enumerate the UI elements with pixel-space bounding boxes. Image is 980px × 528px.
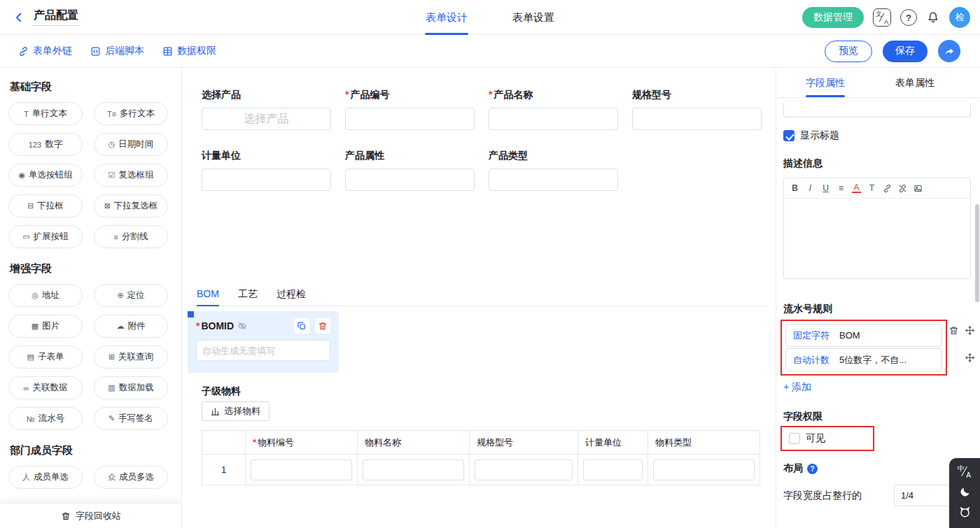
tab-form-design[interactable]: 表单设计 [426, 0, 468, 35]
product-name-input[interactable] [489, 108, 618, 130]
translate-icon[interactable]: 文 A [873, 8, 891, 27]
bell-icon[interactable] [926, 10, 940, 24]
floating-toolbar: 中 A [949, 458, 980, 528]
spec-model-input[interactable] [632, 108, 762, 130]
form-field-product-attr[interactable]: 产品属性 [345, 150, 475, 191]
field-item-serial-number[interactable]: №流水号 [8, 407, 83, 430]
tab-bom[interactable]: BOM [197, 283, 219, 306]
field-item-relation-query[interactable]: ⊞关联查询 [94, 345, 168, 369]
show-title-checkbox[interactable] [783, 130, 794, 141]
field-item-extend-button[interactable]: ▭扩展按钮 [8, 225, 83, 248]
panel-scrollbar[interactable] [975, 204, 979, 302]
field-item-radio-group[interactable]: ◉单选按钮组 [8, 164, 83, 187]
product-type-input[interactable] [489, 169, 618, 191]
dark-mode-icon[interactable] [959, 486, 971, 498]
font-color-icon[interactable]: A [852, 183, 861, 193]
form-field-product-code[interactable]: 产品编号 [345, 89, 475, 130]
field-item-dropdown[interactable]: ⊟下拉框 [8, 194, 83, 217]
field-item-signature[interactable]: ✎手写签名 [94, 407, 168, 430]
bomid-input[interactable] [196, 340, 330, 361]
form-field-product-type[interactable]: 产品类型 [489, 150, 618, 191]
field-label: 产品编号 [345, 89, 475, 101]
field-item-relation-data[interactable]: ∞关联数据 [8, 376, 83, 399]
lang-en: A [966, 471, 971, 479]
material-type-input[interactable] [653, 459, 755, 480]
assistant-icon[interactable] [958, 506, 972, 519]
field-item-subform[interactable]: ▤子表单 [8, 345, 83, 369]
selected-field-bomid[interactable]: BOMID [188, 311, 339, 373]
row-index: 1 [202, 455, 246, 485]
tab-form-properties[interactable]: 表单属性 [895, 68, 934, 97]
material-name-input[interactable] [363, 459, 464, 480]
field-item-number[interactable]: 123数字 [8, 133, 83, 156]
font-size-icon[interactable]: T [867, 183, 876, 193]
material-code-input[interactable] [251, 459, 352, 480]
add-rule-button[interactable]: + 添加 [783, 381, 811, 394]
data-permission-link[interactable]: 数据权限 [162, 45, 216, 57]
product-code-input[interactable] [345, 108, 475, 130]
material-unit-input[interactable] [583, 459, 643, 480]
description-editor[interactable]: B I U ≡ A T [783, 178, 971, 279]
form-canvas[interactable]: 选择产品 产品编号 产品名称 规格型号 计量单位 产品属性 [182, 68, 776, 528]
select-product-input[interactable] [202, 108, 331, 130]
field-item-address[interactable]: ◎地址 [8, 284, 83, 307]
language-toggle-icon[interactable]: 中 A [958, 464, 972, 478]
form-field-unit[interactable]: 计量单位 [202, 150, 331, 191]
form-field-product-name[interactable]: 产品名称 [489, 89, 618, 130]
tab-field-properties[interactable]: 字段属性 [806, 68, 845, 97]
select-material-button[interactable]: 选择物料 [202, 401, 270, 421]
field-recycle-bin[interactable]: 字段回收站 [0, 503, 182, 528]
share-button[interactable] [938, 40, 960, 62]
serial-rule-counter[interactable]: 自动计数 5位数字，不自... [785, 348, 942, 371]
bar-chart-icon [211, 407, 220, 416]
tab-form-settings[interactable]: 表单设置 [512, 0, 554, 35]
field-item-multi-dropdown[interactable]: ⊠下拉复选框 [94, 194, 168, 217]
list-icon[interactable]: ≡ [836, 183, 846, 193]
backend-script-link[interactable]: 后端脚本 [90, 45, 144, 57]
insert-image-icon[interactable] [913, 184, 923, 193]
material-spec-input[interactable] [475, 459, 573, 480]
move-rule-handle[interactable] [965, 325, 975, 336]
save-button[interactable]: 保存 [883, 41, 927, 62]
form-external-link[interactable]: 表单外链 [18, 45, 72, 57]
field-item-member-single[interactable]: 人成员单选 [8, 466, 83, 489]
delete-rule-button[interactable] [948, 325, 959, 336]
table-row: 1 [202, 455, 760, 485]
copy-icon [297, 321, 307, 331]
delete-field-button[interactable] [315, 318, 330, 334]
move-rule-handle[interactable] [965, 352, 975, 363]
field-item-attachment[interactable]: ☁附件 [94, 315, 168, 338]
field-item-single-text[interactable]: T单行文本 [8, 102, 83, 125]
data-manage-button[interactable]: 数据管理 [802, 7, 864, 28]
tab-process[interactable]: 工艺 [238, 283, 258, 306]
tab-process-check[interactable]: 过程检 [276, 283, 306, 306]
unit-input[interactable] [202, 169, 331, 191]
clipped-top-input[interactable] [783, 103, 971, 117]
italic-icon[interactable]: I [806, 183, 815, 193]
field-item-label: 地址 [42, 290, 59, 301]
field-item-multi-text[interactable]: T≡多行文本 [94, 102, 168, 125]
field-item-data-load[interactable]: ▥数据加载 [94, 376, 168, 399]
serial-rule-fixed[interactable]: 固定字符 BOM [785, 324, 942, 347]
bold-icon[interactable]: B [790, 183, 799, 193]
field-item-divider[interactable]: ≡分割线 [94, 225, 168, 248]
form-field-spec-model[interactable]: 规格型号 [632, 89, 762, 130]
preview-button[interactable]: 预览 [825, 41, 872, 62]
field-item-checkbox-group[interactable]: ☑复选框组 [94, 164, 168, 187]
avatar[interactable]: 检 [949, 7, 970, 28]
copy-field-button[interactable] [294, 318, 309, 334]
field-item-member-multi[interactable]: 众成员多选 [94, 466, 168, 489]
product-attr-input[interactable] [345, 169, 475, 191]
help-icon[interactable]: ? [900, 9, 917, 26]
field-item-image[interactable]: ▦图片 [8, 315, 83, 338]
form-field-select-product[interactable]: 选择产品 [202, 89, 331, 130]
table-header-material-name: 物料名称 [358, 431, 470, 455]
field-item-geolocate[interactable]: ⊕定位 [94, 284, 168, 307]
back-icon[interactable] [13, 11, 25, 24]
layout-help-icon[interactable]: ? [807, 464, 818, 474]
field-item-datetime[interactable]: ◷日期时间 [94, 133, 168, 156]
visible-checkbox[interactable] [789, 433, 800, 444]
remove-link-icon[interactable] [898, 184, 907, 193]
underline-icon[interactable]: U [821, 183, 830, 193]
insert-link-icon[interactable] [883, 184, 892, 193]
